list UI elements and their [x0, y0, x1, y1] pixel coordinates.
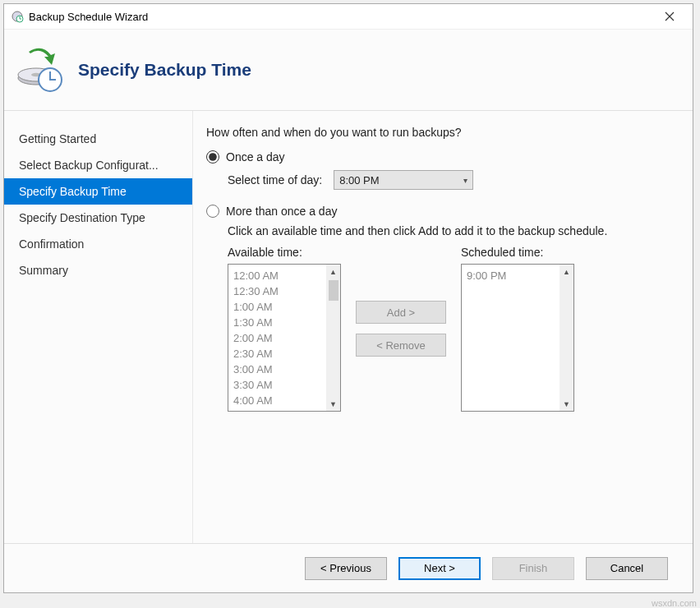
step-specify-backup-time[interactable]: Specify Backup Time — [4, 178, 192, 205]
backup-schedule-icon — [16, 45, 65, 94]
select-time-row: Select time of day: 8:00 PM ▾ — [228, 170, 676, 190]
scroll-down-icon[interactable]: ▼ — [560, 397, 573, 411]
wizard-title-icon — [11, 10, 24, 23]
scroll-up-icon[interactable]: ▲ — [326, 265, 340, 279]
list-item[interactable]: 3:30 AM — [233, 377, 335, 393]
titlebar: Backup Schedule Wizard — [4, 4, 693, 29]
close-button[interactable] — [653, 5, 686, 28]
list-item[interactable]: 3:00 AM — [233, 362, 335, 377]
step-summary[interactable]: Summary — [4, 257, 192, 283]
list-item[interactable]: 12:30 AM — [233, 283, 335, 299]
radio-label-more: More than once a day — [226, 205, 337, 218]
available-time-listbox[interactable]: 12:00 AM 12:30 AM 1:00 AM 1:30 AM 2:00 A… — [228, 264, 341, 412]
scheduled-col: Scheduled time: 9:00 PM ▲ ▼ — [461, 246, 574, 412]
select-time-label: Select time of day: — [228, 173, 322, 187]
add-button[interactable]: Add > — [356, 301, 446, 324]
scroll-thumb[interactable] — [329, 280, 338, 301]
step-getting-started[interactable]: Getting Started — [4, 126, 192, 152]
list-item[interactable]: 4:00 AM — [233, 393, 335, 408]
previous-button[interactable]: < Previous — [305, 557, 387, 580]
radio-more-than-once[interactable] — [206, 205, 219, 218]
next-button[interactable]: Next > — [398, 557, 481, 580]
scheduled-label: Scheduled time: — [461, 246, 574, 259]
watermark: wsxdn.com — [652, 598, 697, 608]
dropdown-value: 8:00 PM — [339, 174, 379, 187]
page-title: Specify Backup Time — [78, 60, 251, 80]
content-pane: How often and when do you want to run ba… — [193, 111, 693, 543]
window-title: Backup Schedule Wizard — [29, 11, 148, 23]
available-label: Available time: — [228, 246, 341, 259]
scroll-up-icon[interactable]: ▲ — [560, 265, 573, 279]
time-of-day-dropdown[interactable]: 8:00 PM ▾ — [334, 170, 473, 190]
option-once-a-day[interactable]: Once a day — [206, 150, 676, 164]
list-item[interactable]: 2:30 AM — [233, 346, 335, 362]
add-remove-buttons: Add > < Remove — [356, 246, 446, 412]
scroll-down-icon[interactable]: ▼ — [326, 397, 340, 411]
radio-once-a-day[interactable] — [206, 150, 219, 164]
scrollbar[interactable]: ▲ ▼ — [326, 265, 340, 411]
remove-button[interactable]: < Remove — [356, 334, 446, 357]
close-icon — [665, 12, 675, 21]
scrollbar[interactable]: ▲ ▼ — [560, 265, 573, 411]
time-columns: Available time: 12:00 AM 12:30 AM 1:00 A… — [228, 246, 676, 412]
step-select-backup-config[interactable]: Select Backup Configurat... — [4, 152, 192, 178]
prompt-text: How often and when do you want to run ba… — [206, 126, 676, 139]
header-banner: Specify Backup Time — [4, 29, 693, 111]
instruction-text: Click an available time and then click A… — [228, 224, 676, 237]
wizard-window: Backup Schedule Wizard Specify Backup Ti… — [3, 3, 693, 593]
list-item[interactable]: 12:00 AM — [233, 268, 335, 283]
list-item[interactable]: 1:30 AM — [233, 315, 335, 330]
body-area: Getting Started Select Backup Configurat… — [4, 111, 693, 543]
available-col: Available time: 12:00 AM 12:30 AM 1:00 A… — [228, 246, 341, 412]
wizard-footer: < Previous Next > Finish Cancel — [4, 543, 693, 592]
available-items: 12:00 AM 12:30 AM 1:00 AM 1:30 AM 2:00 A… — [228, 265, 340, 412]
radio-label-once: Once a day — [226, 150, 285, 164]
step-specify-destination-type[interactable]: Specify Destination Type — [4, 205, 192, 231]
option-more-than-once[interactable]: More than once a day — [206, 205, 676, 218]
scheduled-time-listbox[interactable]: 9:00 PM ▲ ▼ — [461, 264, 574, 412]
list-item[interactable]: 9:00 PM — [467, 268, 569, 283]
finish-button[interactable]: Finish — [492, 557, 574, 580]
chevron-down-icon: ▾ — [463, 176, 467, 185]
list-item[interactable]: 2:00 AM — [233, 330, 335, 346]
step-confirmation[interactable]: Confirmation — [4, 231, 192, 257]
list-item[interactable]: 1:00 AM — [233, 299, 335, 315]
wizard-steps-sidebar: Getting Started Select Backup Configurat… — [4, 111, 193, 543]
cancel-button[interactable]: Cancel — [586, 557, 668, 580]
scheduled-items: 9:00 PM — [462, 265, 573, 287]
